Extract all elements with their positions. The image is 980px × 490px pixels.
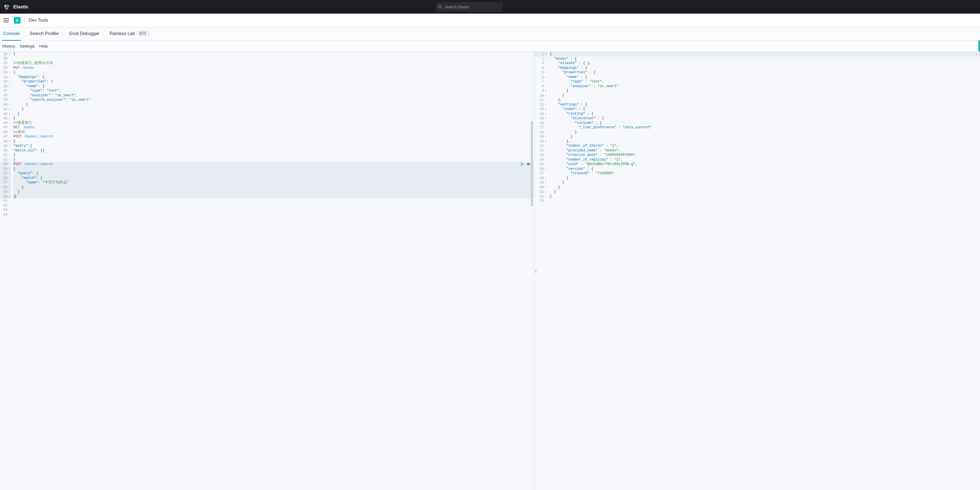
tab-search-profiler[interactable]: Search Profiler xyxy=(29,27,60,41)
beta-badge: BETA xyxy=(137,31,149,36)
brand[interactable]: Elastic xyxy=(3,4,29,10)
request-pane: 29▴30313233▾34▾35▾36▾37383940▴41▴42▴43▴4… xyxy=(0,52,534,490)
tab-console[interactable]: Console xyxy=(2,27,21,41)
code-body: { "books" : { "aliases" : { }, "mappings… xyxy=(550,52,980,490)
history-button[interactable]: History xyxy=(2,44,15,48)
global-header: Elastic xyxy=(0,0,980,14)
svg-marker-6 xyxy=(521,163,523,166)
tab-painless-label: Painless Lab xyxy=(110,31,135,36)
settings-button[interactable]: Settings xyxy=(20,44,35,48)
tab-grok-debugger[interactable]: Grok Debugger xyxy=(68,27,100,41)
resize-handle-icon[interactable] xyxy=(978,41,980,51)
svg-line-5 xyxy=(441,8,442,9)
scrollbar[interactable] xyxy=(531,121,533,206)
search-icon xyxy=(438,5,442,10)
divider xyxy=(24,16,25,24)
brand-name: Elastic xyxy=(13,4,29,10)
pane-splitter-icon[interactable]: ‖ xyxy=(534,268,538,275)
space-selector[interactable]: D xyxy=(14,17,21,24)
help-button[interactable]: Help xyxy=(39,44,48,48)
svg-point-7 xyxy=(528,164,529,165)
global-search xyxy=(436,3,503,11)
line-gutter: 29▴30313233▾34▾35▾36▾37383940▴41▴42▴43▴4… xyxy=(0,52,13,490)
app-header: D Dev Tools xyxy=(0,14,980,27)
svg-point-4 xyxy=(439,5,441,8)
svg-point-3 xyxy=(6,6,8,8)
devtools-tabs: Console Search Profiler Grok Debugger Pa… xyxy=(0,27,980,41)
tab-painless-lab[interactable]: Painless Lab BETA xyxy=(108,27,150,41)
response-pane: ‖ 1▾2▾34▾5▾6▾789▴10▴11▴12▾13▾14▾15▾16▾17… xyxy=(534,52,980,490)
console-workspace: 29▴30313233▾34▾35▾36▾37383940▴41▴42▴43▴4… xyxy=(0,52,980,490)
response-editor[interactable]: 1▾2▾34▾5▾6▾789▴10▴11▴12▾13▾14▾15▾16▾1718… xyxy=(534,52,980,490)
nav-toggle-button[interactable] xyxy=(3,17,10,24)
breadcrumb-app[interactable]: Dev Tools xyxy=(29,18,48,23)
search-input[interactable] xyxy=(436,3,503,11)
code-body[interactable]: } ##创建索引,使用ik分词PUT /books{ "mappings": {… xyxy=(13,52,534,490)
elastic-logo-icon xyxy=(3,4,10,10)
console-toolbar: History Settings Help xyxy=(0,41,980,52)
request-editor[interactable]: 29▴30313233▾34▾35▾36▾37383940▴41▴42▴43▴4… xyxy=(0,52,534,490)
